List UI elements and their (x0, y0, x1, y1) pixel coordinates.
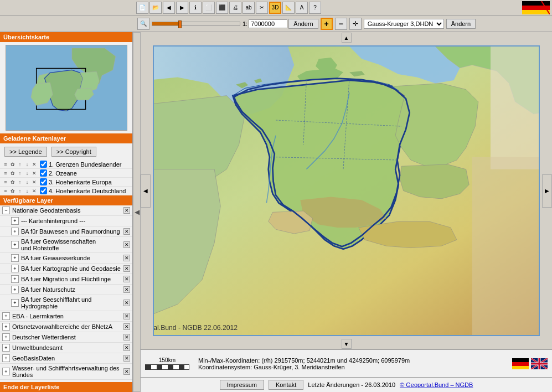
zoom-magnifier[interactable]: 🔍 (137, 18, 149, 30)
avail-item-bauwesen[interactable]: + BA für Bauwesen und Raumordnung ✕ (0, 226, 132, 237)
avail-item-schiff[interactable]: + Wasser- und Schifffahrtsverwaltung des… (0, 364, 132, 380)
tool-info[interactable]: ℹ (189, 2, 202, 14)
layer-settings-3[interactable]: ✿ (9, 179, 16, 185)
tool-select[interactable]: ⬜ (203, 2, 215, 14)
zoom-out-btn[interactable]: − (335, 18, 347, 30)
map-nav-right[interactable]: ▶ (542, 174, 552, 208)
expand-kartographie[interactable]: + (11, 265, 19, 272)
tool-text[interactable]: A (296, 2, 308, 14)
pan-btn[interactable]: ✛ (349, 18, 362, 30)
uk-flag[interactable] (531, 358, 548, 369)
close-geobasis[interactable]: ✕ (123, 355, 130, 362)
tool-measure[interactable]: 📐 (282, 2, 295, 14)
tool-prev[interactable]: ◀ (163, 2, 175, 14)
avail-item-naturschutz[interactable]: + BA fuer Naturschutz ✕ (0, 285, 132, 295)
close-kartographie[interactable]: ✕ (123, 265, 130, 272)
expand-migration[interactable]: + (11, 275, 19, 283)
collapse-panel-btn[interactable]: ◀ (133, 32, 141, 392)
avail-item-migration[interactable]: + BA fuer Migration und Flüchtlinge ✕ (0, 274, 132, 285)
tool-print[interactable]: 🖨 (229, 2, 241, 14)
layer-check-1[interactable] (40, 161, 47, 168)
layer-check-2[interactable] (40, 169, 47, 177)
avail-item-ortsnetz[interactable]: + Ortsnetzvorwahlbereiche der BNetzA ✕ (0, 322, 132, 332)
expand-kartenhintergrund[interactable]: + (11, 217, 19, 225)
layer-settings-2[interactable]: ✿ (9, 170, 16, 177)
close-wetterdienst[interactable]: ✕ (123, 334, 130, 341)
layer-delete-4[interactable]: ✕ (31, 188, 38, 194)
copyright-link[interactable]: © Geoportal.Bund – NGDB (400, 381, 473, 388)
layer-up-3[interactable]: ↑ (17, 179, 23, 185)
expand-seeschiff[interactable]: + (11, 299, 19, 307)
close-naturschutz[interactable]: ✕ (123, 286, 130, 293)
tool-open[interactable]: 📂 (149, 2, 162, 14)
avail-item-laermkarten[interactable]: + EBA - Laermkarten ✕ (0, 311, 132, 322)
avail-item-geowissen[interactable]: + BA fuer Geowissenschaften und Rohstoff… (0, 237, 132, 253)
expand-geobasis[interactable]: + (2, 354, 10, 362)
close-nationale[interactable]: ✕ (123, 207, 130, 214)
avail-item-seeschiff[interactable]: + BA fuer Seeschifffahrt und Hydrographi… (0, 295, 132, 311)
expand-ortsnetz[interactable]: + (2, 323, 10, 331)
layer-check-4[interactable] (40, 187, 47, 194)
tool-query[interactable]: ⬛ (216, 2, 228, 14)
close-laermkarten[interactable]: ✕ (123, 313, 130, 319)
layer-toggle-3[interactable]: ≡ (2, 179, 9, 185)
tool-new[interactable]: 📄 (136, 2, 148, 14)
expand-geowissen[interactable]: + (11, 241, 19, 249)
layer-delete-3[interactable]: ✕ (31, 179, 38, 185)
layer-toggle-4[interactable]: ≡ (2, 188, 9, 194)
expand-naturschutz[interactable]: + (11, 286, 19, 293)
avail-item-gewaesser[interactable]: + BA fuer Gewaesserkunde ✕ (0, 253, 132, 264)
zoom-track[interactable] (152, 22, 240, 26)
copyright-btn[interactable]: >> Copyright (51, 147, 96, 157)
expand-gewaesser[interactable]: + (11, 254, 19, 262)
map-nav-up[interactable]: ▲ (342, 33, 352, 43)
layer-down-3[interactable]: ↓ (24, 179, 30, 185)
proj-change-btn[interactable]: Ändern (446, 19, 476, 29)
layer-settings-1[interactable]: ✿ (9, 161, 16, 168)
layer-toggle-1[interactable]: ≡ (2, 161, 9, 168)
tool-scissors[interactable]: ✂ (256, 2, 268, 14)
map-nav-left[interactable]: ◀ (141, 174, 151, 208)
avail-item-geobasis[interactable]: + GeoBasisDaten ✕ (0, 353, 132, 364)
tool-ab[interactable]: ab (243, 2, 255, 14)
tool-next[interactable]: ▶ (176, 2, 188, 14)
expand-nationale[interactable]: − (2, 207, 10, 214)
expand-laermkarten[interactable]: + (2, 312, 10, 320)
avail-item-kartographie[interactable]: + BA fuer Kartographie und Geodaesie ✕ (0, 264, 132, 274)
close-umwelt[interactable]: ✕ (123, 344, 130, 351)
close-gewaesser[interactable]: ✕ (123, 255, 130, 261)
german-flag[interactable] (512, 358, 529, 369)
expand-wetterdienst[interactable]: + (2, 333, 10, 341)
layer-up-2[interactable]: ↑ (17, 170, 23, 177)
close-ortsnetz[interactable]: ✕ (123, 323, 130, 330)
zoom-thumb[interactable] (178, 20, 182, 28)
layer-check-3[interactable] (40, 178, 47, 185)
main-map-canvas[interactable]: © Geoportal.Bund - NGDB 22.06.2012 (153, 45, 540, 336)
tool-help[interactable]: ? (309, 2, 321, 14)
layer-up-1[interactable]: ↑ (17, 161, 23, 168)
impressum-btn[interactable]: Impressum (220, 380, 264, 390)
layer-down-4[interactable]: ↓ (24, 188, 30, 194)
close-seeschiff[interactable]: ✕ (123, 300, 130, 306)
expand-umwelt[interactable]: + (2, 344, 10, 352)
layer-settings-4[interactable]: ✿ (9, 188, 16, 194)
layer-down-1[interactable]: ↓ (24, 161, 30, 168)
legende-btn[interactable]: >> Legende (4, 147, 47, 157)
zoom-in-btn[interactable]: + (321, 18, 333, 30)
expand-schiff[interactable]: + (2, 368, 10, 375)
scale-change-btn[interactable]: Ändern (288, 19, 318, 29)
avail-item-nationale[interactable]: − Nationale Geodatenbasis ✕ (0, 205, 132, 216)
avail-item-umwelt[interactable]: + Umweltbundesamt ✕ (0, 343, 132, 353)
layer-up-4[interactable]: ↑ (17, 188, 23, 194)
scale-input[interactable] (249, 19, 287, 28)
close-bauwesen[interactable]: ✕ (123, 228, 130, 235)
close-migration[interactable]: ✕ (123, 276, 130, 282)
avail-item-wetterdienst[interactable]: + Deutscher Wetterdienst ✕ (0, 332, 132, 343)
tool-3d[interactable]: 3D (269, 2, 281, 14)
layer-toggle-2[interactable]: ≡ (2, 170, 9, 177)
close-geowissen[interactable]: ✕ (123, 241, 130, 248)
map-nav-down[interactable]: ▼ (342, 339, 352, 349)
layer-down-2[interactable]: ↓ (24, 170, 30, 177)
layer-delete-1[interactable]: ✕ (31, 161, 38, 168)
projection-select[interactable]: Gauss-Krueger 3,DHDN (364, 19, 444, 29)
